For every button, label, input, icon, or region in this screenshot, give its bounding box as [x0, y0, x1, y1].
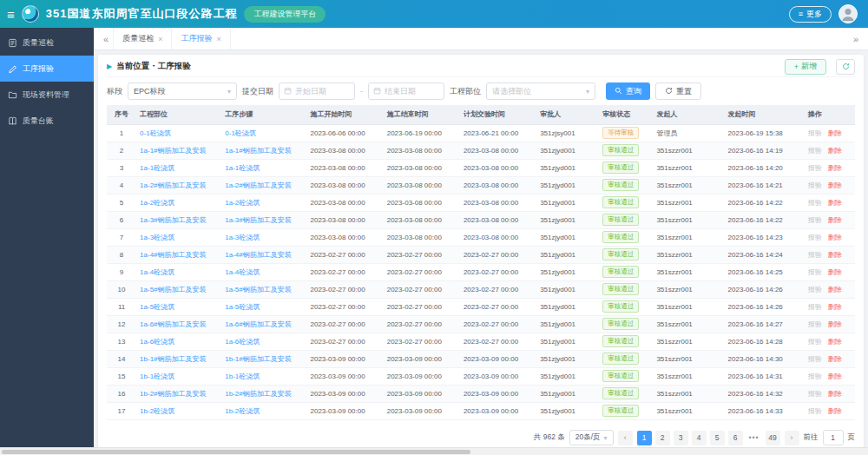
step-link[interactable]: 1b-2砼浇筑 — [225, 407, 260, 415]
part-link[interactable]: 1a-6砼浇筑 — [140, 338, 174, 346]
part-link[interactable]: 1a-1砼浇筑 — [140, 164, 174, 172]
step-link[interactable]: 0-1砼浇筑 — [225, 129, 256, 137]
report-action[interactable]: 报验 — [808, 286, 822, 293]
tabs-scroll-right-icon[interactable]: » — [849, 34, 863, 44]
part-link[interactable]: 1a-2砼浇筑 — [140, 199, 174, 207]
step-link[interactable]: 1a-5#钢筋加工及安装 — [225, 286, 291, 293]
delete-action[interactable]: 删除 — [828, 338, 842, 346]
report-action[interactable]: 报验 — [808, 320, 822, 328]
report-action[interactable]: 报验 — [808, 251, 822, 259]
report-action[interactable]: 报验 — [808, 390, 822, 398]
close-icon[interactable]: × — [216, 35, 220, 43]
part-select[interactable]: 请选择部位 ▾ — [486, 82, 595, 100]
page-button-49[interactable]: 49 — [766, 431, 780, 445]
step-link[interactable]: 1b-1#钢筋加工及安装 — [225, 355, 291, 363]
refresh-button[interactable] — [836, 59, 855, 75]
part-link[interactable]: 1a-3#钢筋加工及安装 — [140, 216, 206, 224]
page-button-3[interactable]: 3 — [674, 431, 688, 445]
delete-action[interactable]: 删除 — [828, 355, 842, 363]
scrollbar-thumb[interactable] — [2, 450, 470, 454]
delete-action[interactable]: 删除 — [828, 234, 842, 241]
part-link[interactable]: 1a-4#钢筋加工及安装 — [140, 251, 206, 259]
part-link[interactable]: 1a-6#钢筋加工及安装 — [140, 320, 206, 328]
part-link[interactable]: 1a-1#钢筋加工及安装 — [140, 147, 206, 155]
delete-action[interactable]: 删除 — [828, 303, 842, 311]
report-action[interactable]: 报验 — [808, 181, 822, 189]
delete-action[interactable]: 删除 — [828, 268, 842, 276]
part-link[interactable]: 1a-3砼浇筑 — [140, 234, 174, 241]
page-button-6[interactable]: 6 — [728, 431, 743, 445]
step-link[interactable]: 1a-1砼浇筑 — [225, 164, 260, 172]
delete-action[interactable]: 删除 — [828, 407, 842, 415]
delete-action[interactable]: 删除 — [828, 164, 842, 172]
report-action[interactable]: 报验 — [808, 373, 822, 380]
search-button[interactable]: 查询 — [606, 82, 650, 100]
report-action[interactable]: 报验 — [808, 129, 822, 137]
page-size-select[interactable]: 20条/页 ▾ — [569, 430, 614, 445]
goto-page-input[interactable] — [823, 430, 844, 445]
horizontal-scrollbar[interactable] — [0, 447, 868, 455]
report-action[interactable]: 报验 — [808, 268, 822, 276]
step-link[interactable]: 1a-3#钢筋加工及安装 — [225, 216, 291, 224]
part-link[interactable]: 1a-5#钢筋加工及安装 — [140, 286, 206, 293]
tab-process-inspection[interactable]: 工序报验 × — [172, 28, 230, 49]
report-action[interactable]: 报验 — [808, 216, 822, 224]
part-link[interactable]: 1b-1砼浇筑 — [140, 373, 174, 380]
step-link[interactable]: 1a-5砼浇筑 — [225, 303, 260, 311]
add-button[interactable]: + 新增 — [785, 59, 826, 75]
step-link[interactable]: 1a-4#钢筋加工及安装 — [225, 251, 291, 259]
section-select[interactable]: EPC标段 ▾ — [128, 82, 237, 100]
end-date-input[interactable]: 结束日期 — [368, 82, 444, 100]
step-link[interactable]: 1b-1砼浇筑 — [225, 373, 260, 380]
part-link[interactable]: 1b-2砼浇筑 — [140, 407, 174, 415]
delete-action[interactable]: 删除 — [828, 251, 842, 259]
sidebar-item-quality-ledger[interactable]: 质量台账 — [0, 108, 94, 134]
step-link[interactable]: 1a-3砼浇筑 — [225, 234, 260, 241]
report-action[interactable]: 报验 — [808, 303, 822, 311]
delete-action[interactable]: 删除 — [828, 147, 842, 155]
close-icon[interactable]: × — [158, 35, 162, 43]
page-button-5[interactable]: 5 — [710, 431, 725, 445]
step-link[interactable]: 1a-4砼浇筑 — [225, 268, 260, 276]
report-action[interactable]: 报验 — [808, 164, 822, 172]
step-link[interactable]: 1a-2#钢筋加工及安装 — [225, 181, 291, 189]
more-button[interactable]: ≡ 更多 — [789, 6, 832, 23]
start-date-input[interactable]: 开始日期 — [279, 82, 355, 100]
delete-action[interactable]: 删除 — [828, 390, 842, 398]
step-link[interactable]: 1a-2砼浇筑 — [225, 199, 260, 207]
next-page-button[interactable]: › — [785, 431, 799, 445]
delete-action[interactable]: 删除 — [828, 216, 842, 224]
reset-button[interactable]: 重置 — [655, 82, 701, 100]
sidebar-item-site-documents[interactable]: 现场资料管理 — [0, 82, 94, 108]
report-action[interactable]: 报验 — [808, 147, 822, 155]
page-button-2[interactable]: 2 — [655, 431, 670, 445]
report-action[interactable]: 报验 — [808, 355, 822, 363]
menu-toggle-icon[interactable]: ≡ — [7, 8, 15, 21]
delete-action[interactable]: 删除 — [828, 320, 842, 328]
part-link[interactable]: 1a-4砼浇筑 — [140, 268, 174, 276]
delete-action[interactable]: 删除 — [828, 373, 842, 380]
sidebar-item-quality-inspection[interactable]: 质量巡检 — [0, 30, 94, 56]
delete-action[interactable]: 删除 — [828, 129, 842, 137]
tab-quality-inspection[interactable]: 质量巡检 × — [113, 28, 172, 49]
prev-page-button[interactable]: ‹ — [618, 431, 633, 445]
part-link[interactable]: 0-1砼浇筑 — [140, 129, 171, 137]
report-action[interactable]: 报验 — [808, 234, 822, 241]
delete-action[interactable]: 删除 — [828, 199, 842, 207]
page-button-1[interactable]: 1 — [637, 431, 652, 445]
step-link[interactable]: 1a-1#钢筋加工及安装 — [225, 147, 291, 155]
delete-action[interactable]: 删除 — [828, 181, 842, 189]
tabs-scroll-left-icon[interactable]: « — [99, 34, 113, 44]
part-link[interactable]: 1b-2#钢筋加工及安装 — [140, 390, 206, 398]
page-button-4[interactable]: 4 — [692, 431, 707, 445]
part-link[interactable]: 1a-5砼浇筑 — [140, 303, 174, 311]
report-action[interactable]: 报验 — [808, 338, 822, 346]
part-link[interactable]: 1b-1#钢筋加工及安装 — [140, 355, 206, 363]
step-link[interactable]: 1b-2#钢筋加工及安装 — [225, 390, 291, 398]
step-link[interactable]: 1a-6#钢筋加工及安装 — [225, 320, 291, 328]
delete-action[interactable]: 删除 — [828, 286, 842, 293]
report-action[interactable]: 报验 — [808, 199, 822, 207]
part-link[interactable]: 1a-2#钢筋加工及安装 — [140, 181, 206, 189]
step-link[interactable]: 1a-6砼浇筑 — [225, 338, 260, 346]
report-action[interactable]: 报验 — [808, 407, 822, 415]
